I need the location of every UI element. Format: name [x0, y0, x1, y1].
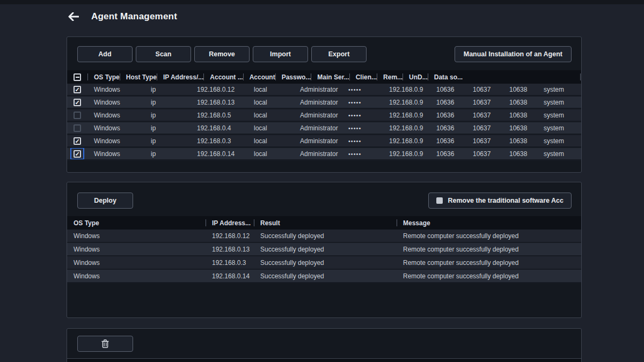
- column-header: Passwo...: [275, 70, 311, 84]
- column-header: [87, 359, 219, 362]
- agents-table-header: ✓ OS Type Host Type IP Address/... Accou…: [67, 70, 581, 84]
- agents-table-columns: OS Type Host Type IP Address/... Account…: [87, 70, 463, 84]
- row-checkbox[interactable]: ✓: [74, 99, 81, 106]
- deploy-result-row[interactable]: Windows 192.168.0.12 Successfully deploy…: [67, 230, 581, 243]
- cell-client-port: 10636: [430, 148, 466, 159]
- page-title: Agent Management: [91, 11, 177, 22]
- cell-host-type: ip: [144, 97, 191, 108]
- cell-und-port: 10638: [503, 148, 537, 159]
- cell-password: •••••: [342, 122, 383, 134]
- cell-result: Successfully deployed: [254, 256, 397, 269]
- column-header-result: Result: [254, 216, 397, 230]
- agent-row[interactable]: ✓ Windows ip 192.168.0.13 local Administ…: [67, 97, 581, 109]
- cell-ip-address: 192.168.0.14: [206, 270, 254, 282]
- agent-row[interactable]: ✓ Windows ip 192.168.0.4 local Administr…: [67, 122, 581, 135]
- deploy-result-row[interactable]: Windows 192.168.0.3 Successfully deploye…: [67, 256, 581, 270]
- toolbar-button[interactable]: Remove: [194, 46, 250, 62]
- cell-und-port: 10638: [503, 84, 537, 95]
- cell-host-type: ip: [144, 135, 191, 146]
- row-checkbox-focus-ring: ✓: [70, 97, 84, 108]
- cell-ip-address: 192.168.0.12: [206, 230, 254, 242]
- cell-account: Administrator: [294, 122, 342, 134]
- cell-rem-port: 10637: [466, 148, 503, 159]
- cell-host-type: ip: [144, 122, 191, 134]
- deploy-table-body: Windows 192.168.0.12 Successfully deploy…: [67, 230, 581, 283]
- row-checkbox[interactable]: ✓: [74, 150, 81, 158]
- column-header-ip-address: IP Address...: [206, 216, 254, 230]
- cell-ip-address: 192.168.0.13: [191, 97, 247, 108]
- cell-main-server: 192.168.0.9: [383, 84, 430, 95]
- agents-toolbar-buttons: Add Scan Remove Import Export: [77, 46, 367, 62]
- manual-install-button[interactable]: Manual Installation of an Agent: [455, 46, 572, 62]
- agent-row[interactable]: ✓ Windows ip 192.168.0.5 local Administr…: [67, 109, 581, 122]
- row-checkbox[interactable]: ✓: [74, 112, 81, 119]
- cell-account: Administrator: [294, 135, 342, 146]
- cell-main-server: 192.168.0.9: [383, 148, 430, 159]
- row-checkbox-focus-ring: ✓: [70, 135, 84, 146]
- cell-message: Remote computer successfully deployed: [397, 270, 581, 282]
- cell-password: •••••: [342, 109, 383, 121]
- cell-account-type: local: [247, 109, 294, 121]
- cell-host-type: ip: [144, 148, 191, 159]
- cell-data-source: system: [537, 109, 581, 121]
- cell-rem-port: 10637: [466, 122, 503, 134]
- toolbar-button[interactable]: Import: [253, 46, 308, 62]
- cell-data-source: system: [537, 148, 581, 159]
- agent-row[interactable]: ✓ Windows ip 192.168.0.14 local Administ…: [67, 148, 581, 161]
- page-header: Agent Management: [68, 11, 177, 23]
- cell-data-source: system: [537, 84, 581, 95]
- toolbar-button[interactable]: Add: [77, 46, 133, 62]
- cell-rem-port: 10637: [466, 97, 503, 108]
- back-arrow-icon[interactable]: [68, 11, 79, 23]
- cell-ip-address: 192.168.0.3: [206, 256, 254, 269]
- cell-main-server: 192.168.0.9: [383, 109, 430, 121]
- cell-os-type: Windows: [87, 97, 144, 108]
- deploy-result-row[interactable]: Windows 192.168.0.14 Successfully deploy…: [67, 270, 581, 283]
- toolbar-button[interactable]: Export: [311, 46, 367, 62]
- remove-traditional-software-button[interactable]: Remove the traditional software Acc: [428, 193, 572, 209]
- cell-client-port: 10636: [430, 97, 466, 108]
- cell-und-port: 10638: [503, 122, 537, 134]
- delete-button[interactable]: [77, 336, 133, 352]
- cell-host-type: ip: [144, 109, 191, 121]
- row-checkbox[interactable]: ✓: [74, 137, 81, 145]
- row-checkbox-focus-ring: ✓: [70, 109, 84, 121]
- cell-os-type: Windows: [87, 135, 144, 146]
- remove-traditional-software-label: Remove the traditional software Acc: [448, 197, 564, 204]
- cell-rem-port: 10637: [466, 84, 503, 95]
- column-header: Clien...: [349, 70, 377, 84]
- cell-und-port: 10638: [503, 135, 537, 146]
- cell-ip-address: 192.168.0.3: [191, 135, 247, 146]
- deploy-result-row[interactable]: Windows 192.168.0.13 Successfully deploy…: [67, 243, 581, 256]
- select-all-checkbox[interactable]: ✓: [74, 73, 81, 81]
- column-header: Account: [243, 70, 275, 84]
- row-checkbox[interactable]: ✓: [74, 86, 81, 93]
- row-checkbox-focus-ring: ✓: [70, 148, 84, 159]
- toolbar-button[interactable]: Scan: [136, 46, 191, 62]
- column-header: OS Type: [87, 70, 120, 84]
- deploy-button[interactable]: Deploy: [77, 193, 133, 209]
- agent-row[interactable]: ✓ Windows ip 192.168.0.12 local Administ…: [67, 84, 581, 97]
- cell-ip-address: 192.168.0.14: [191, 148, 247, 159]
- cell-client-port: 10636: [430, 84, 466, 95]
- cell-password: •••••: [342, 97, 383, 108]
- column-header: Account ...: [203, 70, 243, 84]
- column-header: [219, 359, 369, 362]
- agents-panel: Add Scan Remove Import Export Manual Ins…: [67, 36, 582, 173]
- cell-ip-address: 192.168.0.13: [206, 243, 254, 255]
- row-checkbox-focus-ring: ✓: [70, 84, 84, 95]
- cell-und-port: 10638: [503, 97, 537, 108]
- column-header: [369, 359, 450, 362]
- column-header: Rem...: [377, 70, 402, 84]
- cell-data-source: system: [537, 122, 581, 134]
- cell-os-type: Windows: [87, 148, 144, 159]
- row-checkbox[interactable]: ✓: [74, 124, 81, 132]
- column-header-message: Message: [397, 216, 581, 230]
- agent-row[interactable]: ✓ Windows ip 192.168.0.3 local Administr…: [67, 135, 581, 148]
- uninstall-panel: ✓: [67, 328, 582, 362]
- deploy-toolbar: Deploy Remove the traditional software A…: [67, 182, 581, 209]
- cell-data-source: system: [537, 97, 581, 108]
- row-checkbox-focus-ring: ✓: [70, 122, 84, 134]
- cell-account: Administrator: [294, 84, 342, 95]
- cell-os-type: Windows: [87, 109, 144, 121]
